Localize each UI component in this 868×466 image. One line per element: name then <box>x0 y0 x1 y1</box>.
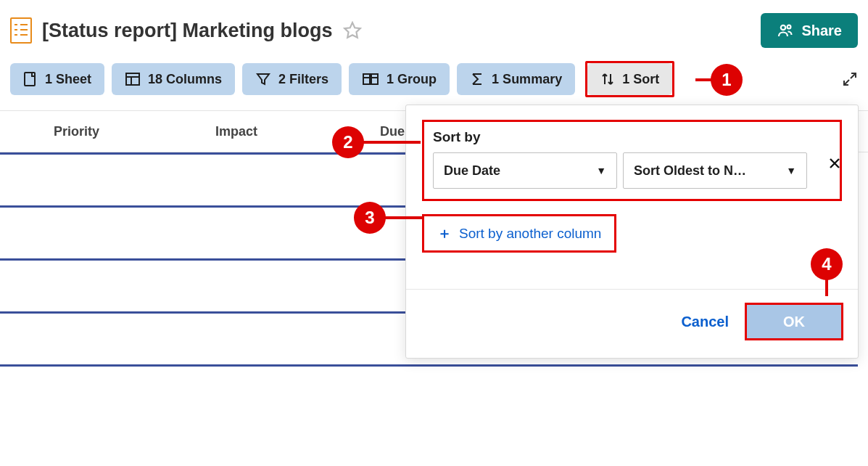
report-icon <box>10 17 32 44</box>
sort-rule-row: Due Date ▼ Sort Oldest to N… ▼ <box>433 152 831 189</box>
sort-direction-value: Sort Oldest to N… <box>634 163 746 179</box>
svg-rect-3 <box>25 73 35 86</box>
svg-point-1 <box>781 25 785 30</box>
svg-marker-0 <box>344 23 360 38</box>
group-separator <box>0 364 858 367</box>
sigma-icon <box>470 72 484 86</box>
sort-popover-footer: Cancel OK <box>406 289 858 358</box>
group-label: 1 Group <box>387 72 437 87</box>
people-icon <box>777 22 794 39</box>
group-chip[interactable]: 1 Group <box>349 63 450 95</box>
sort-column-value: Due Date <box>444 163 500 179</box>
callout-3: 3 <box>354 202 386 234</box>
add-sort-highlight: ＋ Sort by another column <box>422 214 616 253</box>
filters-chip[interactable]: 2 Filters <box>242 63 342 95</box>
filters-label: 2 Filters <box>278 72 328 87</box>
callout-1: 1 <box>711 64 743 96</box>
svg-rect-8 <box>371 74 378 84</box>
sort-by-label: Sort by <box>433 129 831 145</box>
expand-icon[interactable] <box>842 71 858 87</box>
callout-connector <box>363 141 421 144</box>
filter-icon <box>255 72 271 86</box>
callout-4: 4 <box>811 248 843 280</box>
sort-chip[interactable]: 1 Sort <box>587 63 672 95</box>
callout-connector <box>384 216 423 219</box>
cancel-button[interactable]: Cancel <box>675 306 735 338</box>
remove-sort-button[interactable] <box>822 150 848 176</box>
add-sort-label: Sort by another column <box>459 226 601 242</box>
callout-2: 2 <box>332 126 364 158</box>
summary-label: 1 Summary <box>492 72 562 87</box>
add-sort-button[interactable]: ＋ Sort by another column <box>424 216 614 250</box>
sort-icon <box>600 72 615 86</box>
close-icon <box>828 157 841 170</box>
sort-column-select[interactable]: Due Date ▼ <box>433 152 617 189</box>
sheet-chip[interactable]: 1 Sheet <box>10 63 104 95</box>
group-icon <box>362 72 379 86</box>
column-priority[interactable]: Priority <box>54 124 215 139</box>
summary-chip[interactable]: 1 Summary <box>457 63 575 95</box>
share-button[interactable]: Share <box>761 13 858 48</box>
page-title: [Status report] Marketing blogs <box>42 20 333 42</box>
sort-popover-body: Sort by Due Date ▼ Sort Oldest to N… ▼ ＋… <box>406 105 858 260</box>
star-icon[interactable] <box>343 21 362 40</box>
sort-popover: Sort by Due Date ▼ Sort Oldest to N… ▼ ＋… <box>405 105 859 359</box>
plus-icon: ＋ <box>437 224 452 243</box>
chevron-down-icon: ▼ <box>786 165 796 176</box>
sort-direction-select[interactable]: Sort Oldest to N… ▼ <box>623 152 807 189</box>
sort-label: 1 Sort <box>622 72 659 87</box>
callout-connector <box>825 279 828 296</box>
sort-rule-highlight: Sort by Due Date ▼ Sort Oldest to N… ▼ <box>422 120 842 201</box>
ok-button[interactable]: OK <box>747 305 841 338</box>
share-label: Share <box>801 23 842 39</box>
chevron-down-icon: ▼ <box>596 165 606 176</box>
columns-chip[interactable]: 18 Columns <box>112 63 235 95</box>
page-header: [Status report] Marketing blogs Share <box>0 0 868 55</box>
svg-rect-7 <box>363 74 370 84</box>
sort-chip-highlight: 1 Sort <box>585 61 674 97</box>
sheet-icon <box>23 71 38 87</box>
svg-point-2 <box>788 25 791 29</box>
columns-label: 18 Columns <box>148 72 222 87</box>
ok-button-highlight: OK <box>745 303 843 340</box>
svg-rect-4 <box>126 73 139 85</box>
columns-icon <box>125 72 141 86</box>
sheet-label: 1 Sheet <box>45 72 91 87</box>
